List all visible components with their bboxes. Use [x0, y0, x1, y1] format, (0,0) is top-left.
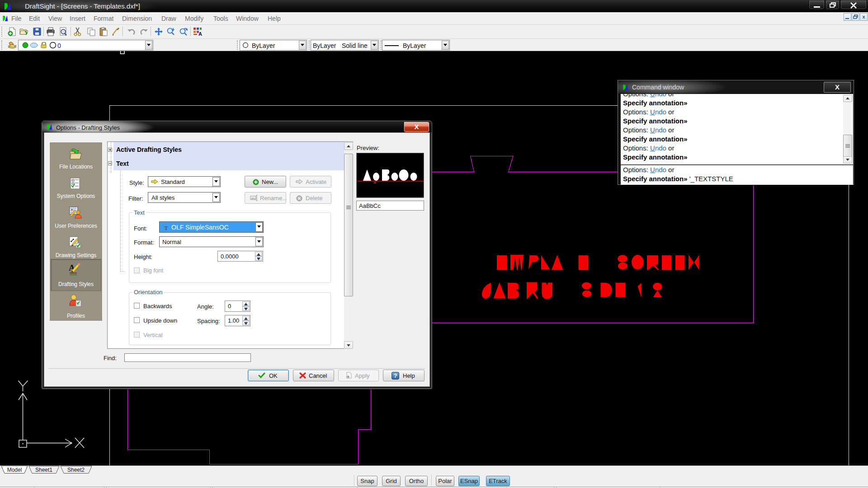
- svg-text:Sheet2: Sheet2: [67, 467, 85, 473]
- svg-text:Model: Model: [7, 467, 22, 473]
- svg-text:A: A: [198, 31, 202, 36]
- svg-text:abc: abc: [251, 197, 256, 200]
- svg-text:T: T: [164, 225, 168, 231]
- svg-text:Sheet1: Sheet1: [35, 467, 52, 473]
